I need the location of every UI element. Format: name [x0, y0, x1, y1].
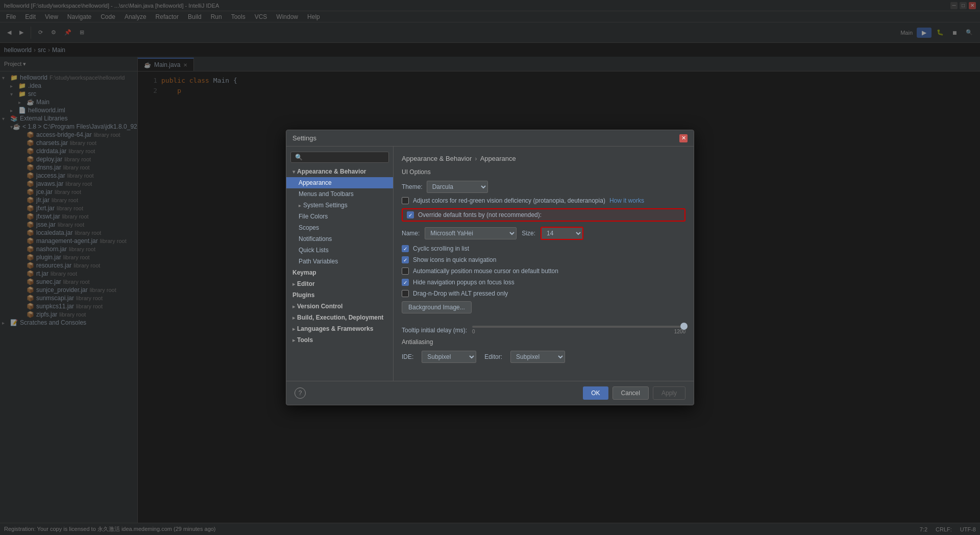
settings-item-label: Scopes	[299, 224, 319, 231]
auto-pos-checkbox[interactable]	[402, 268, 409, 275]
settings-sidebar-item[interactable]: ▸Version Control	[286, 301, 393, 312]
settings-item-label: Path Variables	[299, 258, 338, 265]
modal-close-button[interactable]: ✕	[679, 134, 688, 142]
cyclic-scrolling-row: Cyclic scrolling in list	[402, 245, 685, 252]
tooltip-slider-container: 0 1200	[472, 326, 685, 334]
override-fonts-checkbox[interactable]	[407, 211, 414, 218]
settings-arrow-icon: ▸	[292, 337, 295, 343]
ide-aa-label: IDE:	[402, 353, 413, 360]
font-name-label: Name:	[402, 230, 420, 237]
hide-nav-row: Hide navigation popups on focus loss	[402, 279, 685, 286]
settings-item-label: Languages & Frameworks	[297, 325, 373, 332]
adjust-colors-checkbox[interactable]	[402, 197, 409, 204]
settings-item-label: Notifications	[299, 235, 332, 242]
settings-arrow-icon: ▾	[292, 169, 295, 175]
cancel-button[interactable]: Cancel	[612, 386, 649, 400]
settings-sidebar-item[interactable]: Scopes	[286, 222, 393, 233]
settings-sidebar-item[interactable]: File Colors	[286, 211, 393, 222]
settings-item-label: Quick Lists	[299, 247, 329, 254]
tooltip-slider-row: Tooltip initial delay (ms): 0 1200	[402, 326, 685, 334]
settings-item-label: System Settings	[303, 202, 348, 209]
auto-pos-label: Automatically position mouse cursor on d…	[413, 268, 558, 275]
antialiasing-section: Antialiasing	[402, 338, 685, 346]
settings-sidebar-item[interactable]: ▸Editor	[286, 278, 393, 289]
settings-sidebar-item[interactable]: ▸Languages & Frameworks	[286, 323, 393, 334]
font-name-select[interactable]: Microsoft YaHei	[425, 227, 517, 239]
settings-sidebar-item[interactable]: ▾Appearance & Behavior	[286, 166, 393, 177]
editor-aa-select[interactable]: Subpixel Greyscale None	[510, 351, 565, 363]
editor-aa-label: Editor:	[484, 353, 502, 360]
drag-drop-row: Drag-n-Drop with ALT pressed only	[402, 290, 685, 297]
adjust-colors-row: Adjust colors for red-green vision defic…	[402, 197, 685, 204]
settings-item-label: Editor	[297, 280, 315, 287]
settings-content: Appearance & Behavior › Appearance UI Op…	[394, 147, 694, 381]
font-size-label: Size:	[522, 230, 535, 237]
settings-sidebar-item[interactable]: Appearance	[286, 177, 393, 188]
settings-search-input[interactable]	[290, 152, 389, 163]
modal-title: Settings	[292, 134, 316, 142]
drag-drop-label: Drag-n-Drop with ALT pressed only	[413, 290, 508, 297]
tooltip-label: Tooltip initial delay (ms):	[402, 327, 467, 334]
settings-item-label: Appearance	[299, 179, 332, 186]
settings-item-label: Build, Execution, Deployment	[297, 314, 383, 321]
cyclic-scrolling-label: Cyclic scrolling in list	[413, 245, 469, 252]
drag-drop-checkbox[interactable]	[402, 290, 409, 297]
how-it-works-link[interactable]: How it works	[609, 197, 644, 204]
settings-breadcrumb-part2: Appearance	[480, 155, 516, 162]
show-icons-row: Show icons in quick navigation	[402, 256, 685, 263]
override-fonts-row: Override default fonts by (not recommend…	[402, 208, 685, 222]
auto-pos-row: Automatically position mouse cursor on d…	[402, 268, 685, 275]
help-icon[interactable]: ?	[295, 387, 306, 399]
settings-arrow-icon: ▸	[292, 326, 295, 332]
override-fonts-label: Override default fonts by (not recommend…	[418, 211, 542, 218]
settings-sidebar-item[interactable]: Menus and Toolbars	[286, 188, 393, 200]
settings-item-label: Plugins	[292, 291, 314, 299]
settings-sidebar-item[interactable]: ▸Build, Execution, Deployment	[286, 312, 393, 323]
settings-item-label: Menus and Toolbars	[299, 190, 354, 198]
hide-nav-checkbox[interactable]	[402, 279, 409, 286]
modal-title-bar: Settings ✕	[286, 130, 694, 147]
show-icons-checkbox[interactable]	[402, 256, 409, 263]
hide-nav-label: Hide navigation popups on focus loss	[413, 279, 514, 286]
antialiasing-row: IDE: Subpixel Greyscale None Editor: Sub…	[402, 351, 685, 363]
settings-sidebar-item[interactable]: Quick Lists	[286, 245, 393, 256]
show-icons-label: Show icons in quick navigation	[413, 256, 496, 263]
apply-button[interactable]: Apply	[653, 386, 685, 400]
settings-sidebar-item[interactable]: Plugins	[286, 289, 393, 301]
section-ui-options: UI Options	[402, 168, 685, 176]
font-size-select[interactable]: 14 10 11 12 13 15 16	[542, 228, 582, 239]
settings-arrow-icon: ▸	[292, 281, 295, 287]
settings-sidebar: ▾Appearance & BehaviorAppearanceMenus an…	[286, 147, 394, 381]
settings-item-label: Tools	[297, 336, 313, 344]
settings-breadcrumb-part1: Appearance & Behavior	[402, 155, 472, 162]
theme-label: Theme:	[402, 183, 423, 190]
settings-item-label: Version Control	[297, 303, 342, 310]
settings-arrow-icon: ▸	[292, 304, 295, 309]
ide-aa-select[interactable]: Subpixel Greyscale None	[422, 351, 476, 363]
settings-breadcrumb-sep: ›	[475, 155, 477, 162]
settings-sidebar-item[interactable]: ▸Tools	[286, 334, 393, 346]
tooltip-slider-ticks: 0 1200	[472, 329, 685, 334]
settings-sidebar-item[interactable]: Keymap	[286, 267, 393, 278]
settings-arrow-icon: ▸	[292, 315, 295, 321]
settings-item-label: Appearance & Behavior	[297, 168, 366, 175]
font-name-row: Name: Microsoft YaHei Size: 14 10 11 12 …	[402, 227, 685, 240]
ok-button[interactable]: OK	[583, 386, 608, 400]
settings-item-label: Keymap	[292, 269, 316, 276]
modal-footer: ? OK Cancel Apply	[286, 381, 694, 405]
footer-buttons: OK Cancel Apply	[583, 386, 685, 400]
settings-item-label: File Colors	[299, 213, 328, 220]
tooltip-min: 0	[472, 329, 475, 334]
tooltip-slider-thumb[interactable]	[680, 323, 688, 330]
theme-row: Theme: Darcula	[402, 181, 685, 193]
settings-sidebar-item[interactable]: ▸System Settings	[286, 200, 393, 211]
modal-body: ▾Appearance & BehaviorAppearanceMenus an…	[286, 147, 694, 381]
modal-overlay: Settings ✕ ▾Appearance & BehaviorAppeara…	[0, 0, 980, 535]
settings-arrow-icon: ▸	[299, 203, 301, 208]
settings-sidebar-item[interactable]: Path Variables	[286, 256, 393, 267]
font-size-box: 14 10 11 12 13 15 16	[541, 227, 583, 240]
cyclic-scrolling-checkbox[interactable]	[402, 245, 409, 252]
theme-select[interactable]: Darcula	[427, 181, 488, 193]
settings-sidebar-item[interactable]: Notifications	[286, 233, 393, 245]
background-image-button[interactable]: Background Image...	[402, 301, 472, 313]
